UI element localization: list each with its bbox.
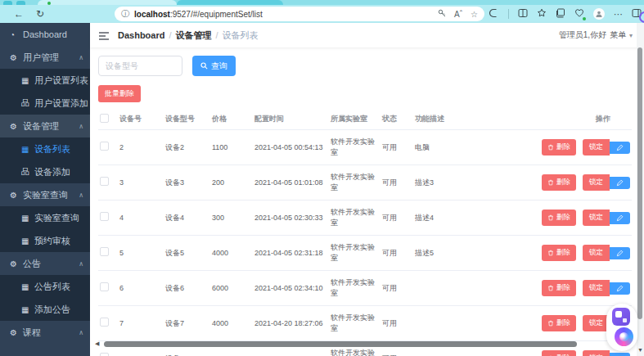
- chevron-up-icon: ∧: [79, 192, 83, 199]
- delete-button[interactable]: 删除: [542, 280, 576, 296]
- delete-button[interactable]: 删除: [542, 139, 576, 155]
- edit-button[interactable]: [610, 282, 630, 295]
- lock-button[interactable]: 锁定: [583, 210, 610, 226]
- sidebar-item-notice[interactable]: ⚙公告∧: [0, 252, 90, 275]
- delete-button[interactable]: 删除: [542, 174, 576, 191]
- sidebar-item-user-list[interactable]: ▦用户设置列表: [0, 69, 90, 92]
- browser-essentials-icon[interactable]: [574, 8, 584, 20]
- sidebar-item-equip-add[interactable]: 品设备添加: [0, 160, 90, 183]
- sidebar-menu: ◔Dashboard⚙用户管理∧▦用户设置列表品用户设置添加⚙设备管理∧▦设备列…: [0, 23, 90, 344]
- site-info-icon[interactable]: ⓘ: [121, 8, 129, 20]
- vscroll-down-arrow-icon[interactable]: ▼: [637, 347, 643, 353]
- breadcrumb-equipment[interactable]: 设备管理: [176, 29, 212, 42]
- cell-description: 描述5: [413, 236, 509, 271]
- lock-button[interactable]: 锁定: [583, 245, 610, 261]
- edit-button[interactable]: [610, 247, 630, 259]
- hscroll-left-arrow-icon[interactable]: ◀: [95, 340, 99, 347]
- password-key-icon[interactable]: [438, 9, 446, 19]
- sidebar-item-course[interactable]: ⚙课程∧: [0, 321, 90, 344]
- sidebar-item-equip-mgmt[interactable]: ⚙设备管理∧: [0, 115, 90, 137]
- read-aloud-icon[interactable]: Aˆ: [454, 10, 462, 19]
- cell-status: 可用: [381, 306, 413, 341]
- delete-button[interactable]: 删除: [542, 210, 576, 226]
- horizontal-scrollbar[interactable]: [104, 341, 577, 347]
- trash-icon: [547, 285, 554, 291]
- top-navbar: Dashboard / 设备管理 / 设备列表 管理员1,你好 菜单 ▾: [90, 23, 644, 47]
- favorites-bar-icon[interactable]: [537, 8, 547, 20]
- table-row: 6 设备6 6000 2021-04-05 02:34:10 软件开发实验室 可…: [98, 271, 632, 306]
- sidebar-item-user-add[interactable]: 品用户设置添加: [0, 92, 90, 115]
- vertical-scrollbar-track[interactable]: [637, 23, 644, 356]
- sidebar-item-notice-list[interactable]: ▦公告列表: [0, 275, 90, 298]
- gear-icon: ⚙: [10, 122, 23, 131]
- purple-extension-icon[interactable]: [612, 308, 630, 326]
- lock-button[interactable]: 锁定: [583, 174, 610, 191]
- sidebar-item-label: 用户设置列表: [34, 74, 88, 87]
- hamburger-icon[interactable]: [90, 28, 118, 43]
- search-input[interactable]: [98, 56, 182, 76]
- cell-description: 描述4: [413, 201, 509, 236]
- batch-delete-button[interactable]: 批量删除: [98, 85, 141, 102]
- user-menu[interactable]: 管理员1,你好 菜单 ▾: [559, 29, 633, 41]
- col-lab: 所属实验室: [329, 109, 381, 130]
- query-button[interactable]: 查询: [192, 56, 236, 76]
- select-all-checkbox[interactable]: [100, 114, 109, 123]
- edit-button[interactable]: [610, 212, 630, 224]
- sidebar-item-notice-add[interactable]: ▦添加公告: [0, 298, 90, 321]
- query-button-label: 查询: [211, 61, 227, 72]
- cell-price: 1100: [210, 130, 253, 165]
- cell-description: 描述3: [413, 165, 509, 201]
- sidebar-item-label: 课程: [23, 327, 41, 339]
- delete-button-label: 删除: [556, 178, 570, 187]
- sidebar-item-user-mgmt[interactable]: ⚙用户管理∧: [0, 46, 90, 69]
- delete-button[interactable]: 删除: [542, 315, 576, 331]
- row-checkbox[interactable]: [100, 282, 109, 291]
- row-checkbox[interactable]: [100, 177, 109, 186]
- lock-button[interactable]: 锁定: [583, 139, 610, 155]
- edit-button[interactable]: [610, 142, 630, 154]
- delete-button[interactable]: 删除: [542, 350, 576, 356]
- vertical-scrollbar[interactable]: [637, 47, 642, 319]
- more-menu-icon[interactable]: ⋯: [614, 9, 623, 20]
- tree-icon: 品: [21, 166, 34, 178]
- row-checkbox[interactable]: [100, 353, 109, 356]
- delete-button-label: 删除: [556, 248, 570, 258]
- cell-device-id: 4: [118, 201, 164, 236]
- back-icon[interactable]: ←: [8, 8, 29, 20]
- row-checkbox[interactable]: [100, 212, 109, 221]
- profile-avatar[interactable]: [593, 8, 605, 20]
- breadcrumb-dashboard[interactable]: Dashboard: [118, 30, 164, 40]
- sidebar-item-label: 公告: [23, 258, 41, 270]
- row-checkbox[interactable]: [100, 247, 109, 256]
- copilot-icon[interactable]: [489, 8, 499, 20]
- collections-icon[interactable]: [556, 8, 565, 20]
- delete-button[interactable]: 删除: [542, 245, 576, 261]
- favorite-star-icon[interactable]: ☆: [471, 10, 478, 19]
- tree-icon: 品: [21, 97, 34, 109]
- sidebar-item-lab-query[interactable]: ⚙实验室查询∧: [0, 183, 90, 206]
- sidebar-item-lab-query-list[interactable]: ▦实验室查询: [0, 206, 90, 229]
- gear-icon: ⚙: [10, 259, 23, 268]
- sidebar-item-dashboard[interactable]: ◔Dashboard: [0, 23, 90, 46]
- cell-model: 设备3: [164, 165, 210, 201]
- essentials-badge: [583, 17, 586, 20]
- row-checkbox[interactable]: [100, 142, 109, 151]
- chevron-up-icon: ∧: [79, 329, 83, 336]
- gear-icon: ⚙: [10, 328, 23, 337]
- sidebar-item-booking-review[interactable]: ▦预约审核: [0, 229, 90, 252]
- lock-button[interactable]: 锁定: [583, 350, 610, 356]
- sidebar-item-equip-list[interactable]: ▦设备列表: [0, 137, 90, 160]
- col-status: 状态: [381, 109, 413, 130]
- url-text: localhost:9527/#/equipmentSet/list: [134, 10, 263, 19]
- split-screen-icon[interactable]: [518, 8, 528, 20]
- address-bar[interactable]: ⓘ localhost:9527/#/equipmentSet/list Aˆ …: [115, 7, 484, 21]
- table-row: 4 设备4 300 2021-04-05 02:30:33 软件开发实验室 可用…: [98, 201, 632, 236]
- row-checkbox[interactable]: [100, 318, 109, 327]
- edit-pen-icon: [616, 285, 624, 292]
- colorful-extension-icon[interactable]: [615, 327, 633, 346]
- refresh-icon[interactable]: ↻: [29, 8, 51, 20]
- lock-button[interactable]: 锁定: [583, 280, 610, 296]
- edit-button[interactable]: [610, 353, 630, 356]
- sidebar-item-label: 设备添加: [34, 166, 70, 178]
- edit-button[interactable]: [610, 177, 630, 189]
